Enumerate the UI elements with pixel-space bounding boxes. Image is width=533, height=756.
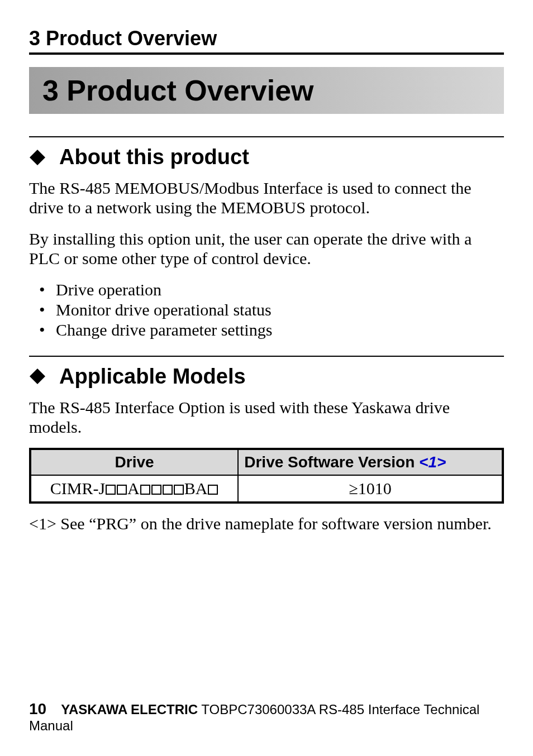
table-header-row: Drive Drive Software Version <1> <box>30 449 503 475</box>
applicable-models-table: Drive Drive Software Version <1> CIMR-JA… <box>29 448 504 504</box>
body-paragraph: By installing this option unit, the user… <box>29 229 504 269</box>
header-version-ref: <1> <box>419 453 446 471</box>
page-number: 10 <box>29 700 46 717</box>
chapter-title-bar: 3 Product Overview <box>29 67 504 114</box>
diamond-icon <box>29 368 46 385</box>
drive-model-mid: A <box>127 479 140 497</box>
list-item: Monitor drive operational status <box>39 300 504 320</box>
table-cell-version: ≥1010 <box>238 475 503 503</box>
section-heading-text: Applicable Models <box>59 365 246 389</box>
body-paragraph: The RS-485 MEMOBUS/Modbus Interface is u… <box>29 178 504 218</box>
placeholder-icon <box>151 485 161 495</box>
placeholder-icon <box>208 485 218 495</box>
diamond-icon <box>29 149 46 166</box>
placeholder-icon <box>106 485 116 495</box>
chapter-title: 3 Product Overview <box>42 74 314 107</box>
body-paragraph: The RS-485 Interface Option is used with… <box>29 398 504 437</box>
header-version-text: Drive Software Version <box>244 453 419 471</box>
running-header: 3 Product Overview <box>29 27 504 50</box>
list-item: Drive operation <box>39 280 504 300</box>
table-header-version: Drive Software Version <1> <box>238 449 503 475</box>
drive-model-suffix: BA <box>184 479 208 497</box>
footer-brand: YASKAWA ELECTRIC <box>61 702 198 717</box>
section-rule <box>29 136 504 137</box>
footnote-text: See “PRG” on the drive nameplate for sof… <box>60 514 491 533</box>
section-heading-models: Applicable Models <box>29 365 504 389</box>
section-heading-about: About this product <box>29 145 504 169</box>
placeholder-icon <box>163 485 173 495</box>
table-cell-drive: CIMR-JABA <box>30 475 238 503</box>
section-rule <box>29 356 504 357</box>
svg-marker-1 <box>30 369 45 384</box>
table-header-drive: Drive <box>30 449 238 475</box>
section-heading-text: About this product <box>59 145 249 169</box>
table-row: CIMR-JABA ≥1010 <box>30 475 503 503</box>
placeholder-icon <box>117 485 127 495</box>
footnote-tag: <1> <box>29 514 56 533</box>
feature-list: Drive operation Monitor drive operationa… <box>39 280 504 340</box>
header-rule <box>29 52 504 55</box>
page-footer: 10 YASKAWA ELECTRIC TOBPC73060033A RS-48… <box>29 700 504 734</box>
placeholder-icon <box>174 485 184 495</box>
drive-model-prefix: CIMR-J <box>50 479 105 497</box>
placeholder-icon <box>140 485 150 495</box>
footnote: <1> See “PRG” on the drive nameplate for… <box>29 514 504 533</box>
svg-marker-0 <box>30 150 45 165</box>
list-item: Change drive parameter settings <box>39 320 504 340</box>
